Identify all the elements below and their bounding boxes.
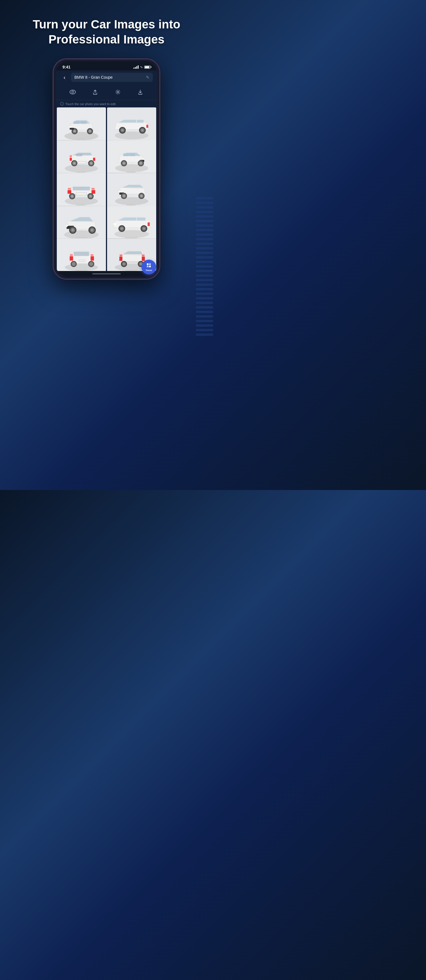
svg-rect-75 — [119, 189, 121, 191]
svg-rect-113 — [91, 256, 94, 261]
theme-icon — [146, 263, 151, 269]
svg-point-83 — [141, 195, 142, 197]
svg-point-117 — [72, 262, 76, 266]
signal-icon — [134, 65, 138, 69]
svg-rect-20 — [137, 120, 144, 123]
svg-rect-115 — [79, 259, 85, 261]
svg-point-103 — [121, 227, 123, 229]
svg-rect-136 — [126, 270, 138, 271]
svg-rect-32 — [70, 155, 72, 157]
svg-rect-124 — [119, 255, 122, 256]
hint-text: i Touch the car photo you want to edit. — [56, 100, 157, 107]
svg-rect-114 — [91, 254, 94, 256]
car-image-8[interactable] — [107, 206, 156, 243]
share-button[interactable] — [89, 86, 101, 98]
svg-point-70 — [90, 196, 91, 197]
svg-point-23 — [121, 129, 124, 132]
svg-rect-64 — [76, 192, 87, 196]
svg-rect-138 — [149, 263, 151, 265]
nav-bar: ‹ BMW 8 - Gran Coupe ✎ — [56, 70, 157, 84]
car-image-9[interactable] — [57, 238, 106, 271]
battery-icon — [144, 65, 151, 69]
svg-rect-126 — [142, 255, 145, 256]
svg-rect-58 — [73, 187, 90, 191]
svg-rect-47 — [142, 157, 144, 158]
svg-rect-61 — [91, 190, 95, 194]
svg-rect-45 — [129, 153, 135, 156]
car-image-3[interactable] — [57, 140, 106, 178]
svg-point-10 — [73, 130, 75, 132]
svg-rect-123 — [119, 256, 122, 261]
car-image-6[interactable] — [107, 173, 156, 210]
svg-point-54 — [140, 162, 142, 164]
phone-frame: 9:41 ∿ ‹ — [52, 58, 161, 280]
svg-point-51 — [123, 162, 125, 164]
svg-point-43 — [115, 164, 148, 172]
svg-point-0 — [70, 90, 76, 94]
svg-rect-40 — [78, 161, 86, 164]
car-image-1[interactable] — [57, 107, 106, 145]
car-grid — [56, 107, 157, 271]
svg-point-132 — [123, 263, 125, 265]
svg-rect-46 — [142, 159, 144, 160]
svg-point-26 — [141, 129, 144, 132]
svg-rect-137 — [147, 263, 149, 265]
app-content: ‹ BMW 8 - Gran Coupe ✎ — [56, 70, 157, 271]
svg-rect-15 — [69, 125, 71, 126]
svg-point-1 — [72, 91, 73, 93]
svg-rect-59 — [68, 190, 71, 194]
svg-point-36 — [73, 162, 75, 164]
svg-point-2 — [117, 91, 119, 93]
svg-rect-140 — [149, 266, 151, 267]
svg-point-94 — [91, 229, 94, 231]
home-bar — [92, 273, 121, 274]
svg-rect-125 — [142, 256, 145, 261]
svg-rect-110 — [73, 252, 89, 256]
notch — [89, 61, 124, 68]
back-button[interactable]: ‹ — [60, 74, 69, 81]
status-icons: ∿ — [134, 65, 151, 69]
phone-screen: 9:41 ∿ ‹ — [56, 61, 157, 277]
svg-rect-60 — [68, 188, 71, 190]
svg-rect-6 — [73, 121, 80, 124]
settings-button[interactable] — [112, 86, 124, 98]
headline-section: Turn your Car Images into Professional I… — [16, 17, 197, 47]
headline-text: Turn your Car Images into Professional I… — [33, 17, 180, 47]
car-image-4[interactable] — [107, 140, 156, 178]
svg-point-106 — [143, 227, 145, 229]
svg-rect-30 — [76, 154, 83, 156]
svg-rect-44 — [123, 153, 129, 156]
svg-point-80 — [123, 195, 125, 197]
svg-rect-100 — [114, 223, 116, 226]
eye-button[interactable] — [67, 86, 78, 98]
car-image-7[interactable] — [57, 206, 106, 243]
svg-rect-62 — [91, 188, 95, 190]
svg-rect-111 — [70, 256, 73, 261]
home-indicator — [56, 271, 157, 277]
car-image-2[interactable] — [107, 107, 156, 145]
svg-rect-31 — [70, 158, 72, 161]
svg-point-91 — [72, 229, 74, 231]
edit-icon[interactable]: ✎ — [146, 75, 149, 80]
svg-rect-14 — [69, 126, 72, 128]
svg-rect-99 — [148, 223, 150, 226]
status-time: 9:41 — [62, 65, 70, 69]
svg-rect-16 — [70, 128, 74, 129]
svg-rect-112 — [70, 254, 73, 256]
phone-mockup: 9:41 ∿ ‹ — [52, 58, 161, 280]
svg-point-119 — [89, 262, 93, 266]
info-icon: i — [60, 102, 64, 106]
toolbar — [56, 84, 157, 100]
theme-fab-label: Theme — [146, 269, 152, 271]
download-button[interactable] — [135, 86, 146, 98]
svg-rect-139 — [147, 266, 149, 267]
svg-rect-27 — [146, 125, 148, 128]
svg-rect-7 — [80, 121, 87, 124]
svg-point-13 — [89, 130, 91, 132]
car-image-5[interactable] — [57, 173, 106, 210]
svg-rect-33 — [93, 158, 95, 161]
svg-point-67 — [71, 196, 73, 197]
svg-rect-74 — [119, 191, 121, 192]
svg-rect-88 — [67, 223, 69, 225]
status-bar: 9:41 ∿ — [56, 61, 157, 70]
